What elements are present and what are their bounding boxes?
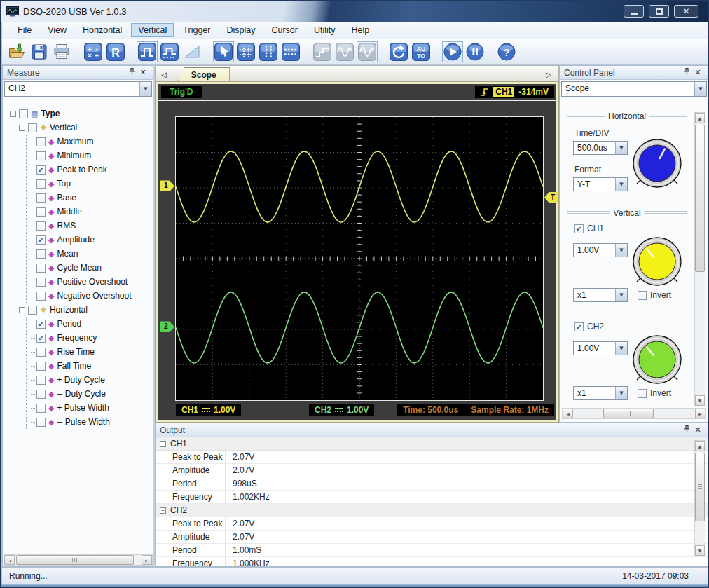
scroll-down-button[interactable]: ▼	[695, 545, 705, 556]
tree-checkbox[interactable]	[36, 249, 46, 259]
ch2-invert[interactable]: Invert	[638, 388, 671, 398]
tree-checkbox[interactable]	[36, 193, 46, 203]
pin-icon[interactable]	[681, 67, 692, 78]
tree-item[interactable]: ✔◆Period	[31, 317, 151, 331]
tree-checkbox[interactable]	[36, 362, 46, 371]
close-panel-icon[interactable]: ✕	[692, 425, 703, 436]
tree-item[interactable]: ◆RMS	[31, 219, 151, 233]
tree-checkbox[interactable]: ✔	[36, 320, 46, 329]
open-button[interactable]	[6, 41, 27, 62]
pin-icon[interactable]	[681, 425, 692, 436]
menu-display[interactable]: Display	[219, 23, 262, 37]
ramp-button[interactable]	[181, 41, 202, 62]
tree-checkbox[interactable]	[36, 137, 46, 146]
grid-button[interactable]	[235, 41, 256, 62]
collapse-icon[interactable]: −	[10, 111, 16, 117]
control-hscrollbar[interactable]: ◄ ►	[562, 408, 706, 419]
tree-item[interactable]: ◆+ Pulse Width	[31, 401, 151, 415]
menu-vertical[interactable]: Vertical	[131, 23, 174, 37]
tree-checkbox[interactable]	[28, 123, 37, 132]
tree-item[interactable]: ◆Top	[31, 177, 151, 191]
close-button[interactable]: ✕	[674, 5, 698, 18]
auto-setup-button[interactable]: AUTO	[411, 41, 432, 62]
tree-checkbox[interactable]: ✔	[36, 235, 46, 245]
ch2-volt-select[interactable]: 1.00V ▼	[573, 341, 628, 355]
scroll-left-button[interactable]: ◄	[4, 555, 15, 565]
collapse-icon[interactable]: −	[19, 307, 25, 313]
tree-item[interactable]: ◆Mean	[31, 247, 151, 261]
format-select[interactable]: Y-T ▼	[573, 177, 628, 191]
menu-view[interactable]: View	[41, 23, 74, 37]
scroll-left-button[interactable]: ◄	[563, 409, 573, 418]
close-panel-icon[interactable]: ✕	[137, 67, 149, 78]
tree-item[interactable]: ◆Positive Overshoot	[31, 275, 151, 289]
scroll-right-button[interactable]: ►	[142, 555, 152, 565]
measure-channel-select[interactable]: CH2 ▼	[4, 81, 152, 97]
output-vscrollbar[interactable]: ▲ ▼	[694, 440, 705, 556]
tree-item[interactable]: ◆Maximum	[31, 135, 151, 149]
control-mode-select[interactable]: Scope ▼	[561, 81, 707, 97]
ch1-invert-checkbox[interactable]	[638, 291, 647, 300]
maximize-button[interactable]	[649, 5, 669, 18]
tree-checkbox[interactable]	[28, 306, 37, 315]
tree-checkbox[interactable]	[36, 390, 46, 399]
tab-scope[interactable]: Scope	[178, 67, 230, 81]
measure-hscrollbar[interactable]: ◄ ►	[4, 554, 153, 566]
menu-trigger[interactable]: Trigger	[176, 23, 217, 37]
pause-button[interactable]	[464, 41, 486, 62]
ch2-marker[interactable]: 2	[160, 321, 174, 332]
tree-item[interactable]: ◆+ Duty Cycle	[31, 373, 151, 387]
tab-scroll-right-icon[interactable]: ▷	[540, 71, 558, 81]
save-button[interactable]	[29, 41, 50, 62]
tree-item[interactable]: ◆-- Pulse Width	[31, 415, 151, 429]
tree-checkbox[interactable]: ✔	[36, 165, 46, 175]
tree-node-horizontal[interactable]: −❖Horizontal	[19, 303, 151, 317]
tree-checkbox[interactable]	[36, 151, 46, 160]
collapse-icon[interactable]: −	[160, 441, 166, 447]
scroll-thumb[interactable]	[603, 409, 654, 418]
ch1-enable[interactable]: ✔ CH1	[574, 224, 604, 233]
refresh-button[interactable]	[388, 41, 409, 62]
ch2-invert-checkbox[interactable]	[638, 389, 647, 398]
tree-checkbox[interactable]	[36, 221, 46, 231]
tree-checkbox[interactable]	[36, 207, 46, 217]
collapse-icon[interactable]: −	[160, 507, 166, 514]
tree-checkbox[interactable]	[36, 376, 46, 385]
tree-checkbox[interactable]	[36, 404, 46, 413]
scroll-thumb[interactable]	[695, 125, 705, 272]
ch2-mult-select[interactable]: x1 ▼	[573, 386, 628, 400]
tree-item[interactable]: ✔◆Peak to Peak	[31, 163, 151, 177]
tree-item[interactable]: ◆Negative Overshoot	[31, 289, 151, 303]
menu-utility[interactable]: Utility	[307, 23, 343, 37]
tree-checkbox[interactable]: ✔	[36, 334, 46, 343]
close-panel-icon[interactable]: ✕	[692, 67, 703, 78]
menu-help[interactable]: Help	[345, 23, 377, 37]
scroll-thumb[interactable]	[695, 453, 705, 521]
trigger-marker[interactable]: T	[544, 192, 558, 203]
ch1-marker[interactable]: 1	[160, 180, 174, 191]
delayed-pulse-button[interactable]	[159, 41, 180, 62]
minimize-button[interactable]	[624, 5, 644, 18]
print-button[interactable]	[51, 41, 72, 62]
control-vscrollbar[interactable]: ▲ ▼	[694, 112, 705, 406]
vertical-cursors-button[interactable]	[258, 41, 279, 62]
tree-checkbox[interactable]	[36, 278, 46, 287]
tab-scroll-left-icon[interactable]: ◁	[156, 71, 171, 81]
menu-cursor[interactable]: Cursor	[264, 23, 305, 37]
menu-file[interactable]: File	[11, 23, 39, 37]
ch1-invert[interactable]: Invert	[638, 290, 671, 300]
tree-checkbox[interactable]	[36, 179, 46, 189]
collapse-icon[interactable]: −	[19, 125, 25, 131]
ch1-volt-select[interactable]: 1.00V ▼	[573, 243, 628, 257]
menu-horizontal[interactable]: Horizontal	[76, 23, 129, 37]
ch1-mult-select[interactable]: x1 ▼	[573, 288, 628, 302]
scroll-thumb[interactable]	[16, 555, 134, 565]
help-button[interactable]: ?	[496, 41, 517, 62]
ch2-checkbox[interactable]: ✔	[574, 322, 584, 331]
tree-checkbox[interactable]	[36, 292, 46, 301]
tree-item[interactable]: ◆Rise Time	[31, 345, 151, 359]
tree-checkbox[interactable]	[36, 264, 46, 273]
tree-item[interactable]: ✔◆Frequency	[31, 331, 151, 345]
scroll-up-button[interactable]: ▲	[695, 441, 705, 451]
scroll-right-button[interactable]: ►	[695, 409, 705, 418]
